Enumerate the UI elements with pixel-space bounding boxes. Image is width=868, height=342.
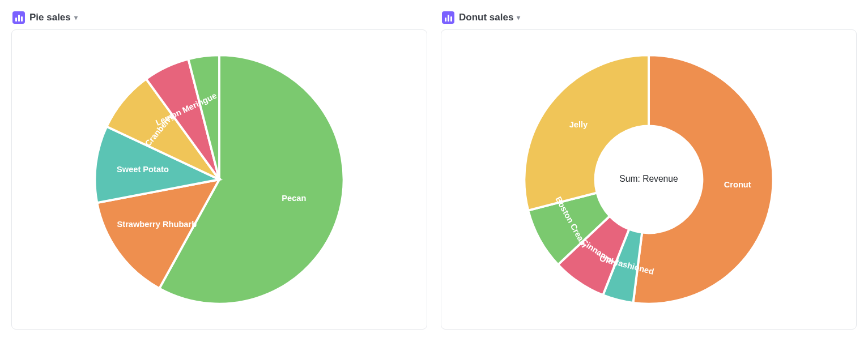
donut-chart: CronutOld-fashionedCinnamonBoston CreamJ… <box>501 41 796 318</box>
pie-slice[interactable] <box>524 55 649 210</box>
chart-card-donut: CronutOld-fashionedCinnamonBoston CreamJ… <box>441 29 857 330</box>
slice-label: Pecan <box>282 194 306 203</box>
slice-label: Jelly <box>569 120 588 129</box>
pie-chart: PecanStrawberry RhubarbSweet PotatoCranb… <box>72 41 367 318</box>
panel-title-label: Pie sales <box>29 12 71 23</box>
panel-pie-sales: Pie sales ▾ PecanStrawberry RhubarbSweet… <box>11 11 427 330</box>
dashboard-grid: Pie sales ▾ PecanStrawberry RhubarbSweet… <box>11 11 857 330</box>
donut-center-label: Sum: Revenue <box>619 174 678 183</box>
bar-chart-icon <box>442 11 454 24</box>
panel-title-label: Donut sales <box>459 12 513 23</box>
panel-donut-sales: Donut sales ▾ CronutOld-fashionedCinnamo… <box>441 11 857 330</box>
slice-label: Sweet Potato <box>117 165 169 174</box>
slice-label: Strawberry Rhubarb <box>117 220 197 229</box>
slice-label: Cronut <box>724 180 751 189</box>
chevron-down-icon: ▾ <box>517 14 520 22</box>
chart-card-pie: PecanStrawberry RhubarbSweet PotatoCranb… <box>11 29 427 330</box>
panel-title-donut[interactable]: Donut sales ▾ <box>459 12 520 23</box>
chevron-down-icon: ▾ <box>74 14 78 22</box>
bar-chart-icon <box>12 11 25 24</box>
panel-title-pie[interactable]: Pie sales ▾ <box>29 12 78 23</box>
